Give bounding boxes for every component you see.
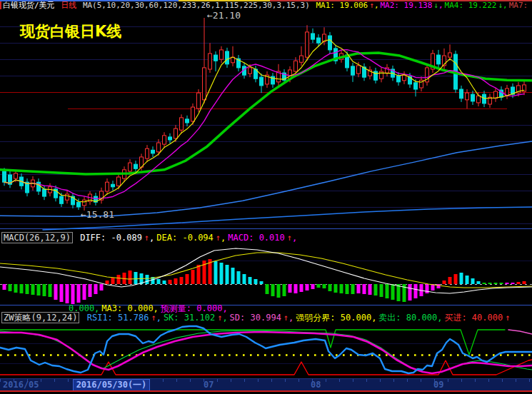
time-axis-bar[interactable]: 2016/05 2016/05/30(一) 07 08 09 <box>0 379 532 390</box>
indicator-segment: MACD: 0.010 <box>228 233 284 243</box>
ma233-line <box>43 207 532 230</box>
separator: , <box>149 233 154 243</box>
selected-date-box[interactable]: 2016/05/30(一) <box>73 379 150 391</box>
up-arrow-icon: ↑ <box>144 233 149 243</box>
up-arrow-icon: ↑ <box>151 313 156 323</box>
separator: , <box>222 313 227 323</box>
high-price-annotation: ←21.10 <box>207 10 241 21</box>
indicator-segment: DIFF: -0.089 <box>80 233 142 243</box>
zw-indicator-row: ZW策略(9,12,24) RSI1: 51.786↑,SK: 31.102↑,… <box>1 313 512 323</box>
indicator-segment: RSI1: 51.786 <box>87 313 149 323</box>
low-price-annotation: ←15.81 <box>81 209 114 220</box>
axis-month-label: 08 <box>311 380 321 390</box>
candlestick-series <box>3 18 526 211</box>
trading-app-window: 白银现货/美元 日线 MA(5,10,20,30,60,120,233,26,1… <box>0 0 532 394</box>
indicator-segment: 预测量: 0.000, <box>161 303 228 313</box>
chart-canvas[interactable] <box>0 0 532 394</box>
zw-values-readout: RSI1: 51.786↑,SK: 31.102↑,SD: 30.994↑,强弱… <box>87 313 511 323</box>
indicator-segment: 强弱分界: 50.000, <box>296 313 376 323</box>
macd-histogram <box>3 259 526 304</box>
separator: , <box>156 313 161 323</box>
indicator-segment: DEA: -0.094 <box>156 233 213 243</box>
indicator-segment: MA3: 0.000, <box>101 303 158 313</box>
up-arrow-icon: ↑ <box>283 313 288 323</box>
separator: , <box>292 233 297 243</box>
up-arrow-icon: ↑ <box>216 233 221 243</box>
macd-label[interactable]: MACD(26,12,9) <box>1 232 73 243</box>
indicator-segment: SK: 31.102 <box>164 313 215 323</box>
axis-month-label-start: 2016/05 <box>3 380 39 390</box>
sell-level-line <box>0 330 505 355</box>
macd-indicator-row: MACD(26,12,9) DIFF: -0.089↑,DEA: -0.094↑… <box>1 233 301 243</box>
axis-month-label: 09 <box>433 380 443 390</box>
forecast-line <box>508 330 532 334</box>
separator: , <box>288 313 293 323</box>
up-arrow-icon: ↑ <box>505 313 510 323</box>
sd-line <box>0 332 532 373</box>
dea-line <box>0 253 532 288</box>
sk-line <box>0 330 532 373</box>
axis-month-label: 07 <box>204 380 214 390</box>
window-bottom-border <box>0 390 532 392</box>
indicator-segment: 卖出: 80.000, <box>378 313 442 323</box>
macd-values-readout: DIFF: -0.089↑,DEA: -0.094↑,MACD: 0.010↑, <box>80 233 299 243</box>
ma10-line <box>4 50 524 199</box>
zw-strategy-label[interactable]: ZW策略(9,12,24) <box>1 312 79 323</box>
indicator-segment: 买进: 40.000 <box>444 313 503 323</box>
indicator-segment: SD: 30.994 <box>230 313 281 323</box>
rsi-line <box>0 326 532 373</box>
separator: , <box>221 233 226 243</box>
up-arrow-icon: ↑ <box>287 233 292 243</box>
chart-watermark-title: 现货白银日K线 <box>20 21 121 41</box>
